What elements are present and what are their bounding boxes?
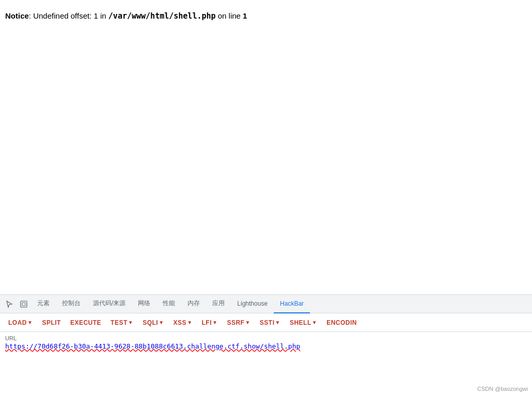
tab-console[interactable]: 控制台 — [56, 295, 87, 313]
hackbar-url-area: URL https://70d68f26-b30a-4413-9628-88b1… — [0, 332, 532, 395]
sqli-arrow: ▼ — [159, 320, 164, 325]
test-arrow: ▼ — [128, 320, 133, 325]
encoding-button[interactable]: ENCODIN — [322, 318, 361, 328]
ssrf-arrow: ▼ — [245, 320, 250, 325]
notice-colon: : Undefined offset: 1 in — [29, 11, 108, 20]
load-arrow: ▼ — [27, 320, 33, 325]
xss-button[interactable]: XSS ▼ — [169, 318, 197, 328]
tab-elements[interactable]: 元素 — [31, 295, 56, 313]
notice-message: Notice: Undefined offset: 1 in /var/www/… — [5, 10, 527, 22]
tab-application[interactable]: 应用 — [206, 295, 231, 313]
shell-arrow: ▼ — [312, 320, 317, 325]
load-button[interactable]: LOAD ▼ — [4, 318, 37, 328]
hackbar-toolbar: LOAD ▼ SPLIT EXECUTE TEST ▼ SQLI ▼ XSS ▼ — [0, 313, 532, 332]
ssrf-button[interactable]: SSRF ▼ — [223, 318, 254, 328]
page-content: Notice: Undefined offset: 1 in /var/www/… — [0, 0, 532, 294]
notice-label: Notice — [5, 11, 29, 20]
devtools-panel: 元素 控制台 源代码/来源 网络 性能 内存 应用 Lighthouse Hac… — [0, 294, 532, 395]
notice-line: 1 — [243, 11, 247, 20]
devtools-tabs-bar: 元素 控制台 源代码/来源 网络 性能 内存 应用 Lighthouse Hac… — [0, 295, 532, 313]
url-value[interactable]: https://70d68f26-b30a-4413-9628-88b1088c… — [5, 342, 527, 350]
notice-path: /var/www/html/shell.php — [108, 11, 216, 21]
shell-button[interactable]: SHELL ▼ — [286, 318, 321, 328]
lfi-button[interactable]: LFI ▼ — [198, 318, 222, 328]
tab-network[interactable]: 网络 — [132, 295, 157, 313]
tab-performance[interactable]: 性能 — [157, 295, 181, 313]
split-button[interactable]: SPLIT — [38, 318, 65, 328]
tab-lighthouse[interactable]: Lighthouse — [231, 295, 274, 313]
svg-rect-1 — [22, 303, 25, 306]
sqli-button[interactable]: SQLI ▼ — [138, 318, 168, 328]
execute-button[interactable]: EXECUTE — [66, 318, 105, 328]
test-button[interactable]: TEST ▼ — [106, 318, 137, 328]
cursor-icon[interactable] — [2, 298, 17, 310]
tab-memory[interactable]: 内存 — [181, 295, 206, 313]
tab-sources[interactable]: 源代码/来源 — [87, 295, 132, 313]
tab-hackbar[interactable]: HackBar — [274, 295, 310, 313]
url-label: URL — [5, 335, 527, 341]
xss-arrow: ▼ — [187, 320, 192, 325]
lfi-arrow: ▼ — [212, 320, 217, 325]
box-icon[interactable] — [17, 298, 31, 310]
ssti-arrow: ▼ — [275, 320, 280, 325]
notice-suffix: on line — [216, 11, 243, 20]
ssti-button[interactable]: SSTI ▼ — [256, 318, 285, 328]
svg-rect-0 — [21, 301, 27, 307]
csdn-watermark: CSDN @baozongwi — [477, 386, 528, 392]
